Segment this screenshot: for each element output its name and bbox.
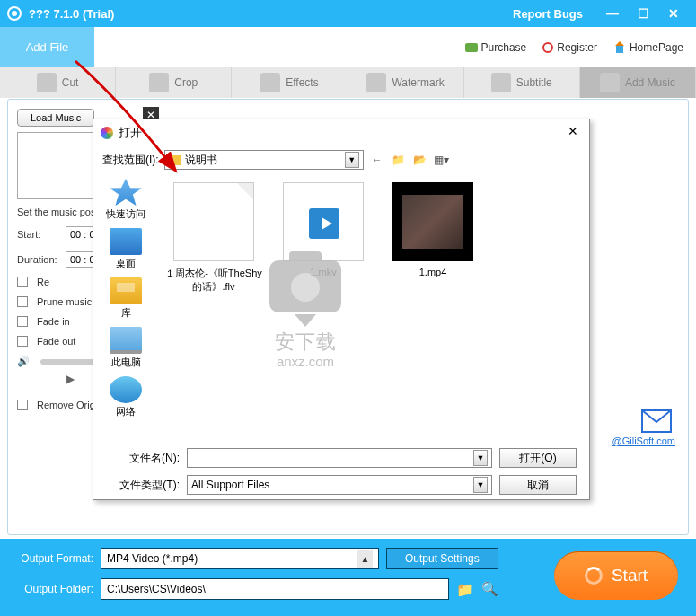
pc-icon [110, 327, 142, 354]
tab-crop[interactable]: Crop [116, 67, 232, 98]
duration-label: Duration: [17, 254, 60, 265]
prune-label: Prune music [37, 296, 92, 307]
tab-cut[interactable]: Cut [0, 67, 116, 98]
lookin-label: 查找范围(I): [102, 153, 159, 168]
new-folder-icon[interactable]: 📂 [412, 152, 428, 168]
up-folder-icon[interactable]: 📁 [391, 152, 407, 168]
dialog-bottom: 文件名(N): ▼ 打开(O) 文件类型(T): All Support Fil… [93, 443, 589, 507]
tab-subtitle[interactable]: Subtitle [464, 67, 580, 98]
output-folder-value: C:\Users\CS\Videos\ [107, 583, 206, 595]
watermark-icon [366, 73, 386, 92]
dialog-body: 快速访问 桌面 库 此电脑 网络 １周杰伦-《听TheShy的话》.flv 1.… [93, 173, 589, 443]
tab-effects[interactable]: Effects [232, 67, 348, 98]
open-button[interactable]: 打开(O) [499, 448, 577, 468]
folder-icon [169, 155, 181, 165]
file-item[interactable]: １周杰伦-《听TheShy的话》.flv [165, 182, 262, 294]
load-music-button[interactable]: Load Music [17, 109, 94, 127]
close-button[interactable]: ✕ [658, 4, 689, 22]
filetype-row: 文件类型(T): All Support Files▼ 取消 [106, 475, 577, 495]
back-icon[interactable]: ← [369, 152, 385, 168]
titlebar: ??? 7.1.0 (Trial) Report Bugs — ☐ ✕ [0, 0, 696, 27]
browse-folder-icon[interactable]: 📁 [456, 581, 474, 598]
header-links: Purchase Register HomePage [94, 27, 696, 67]
chevron-down-icon[interactable]: ▼ [473, 450, 488, 466]
purchase-link[interactable]: Purchase [465, 41, 527, 54]
play-button[interactable]: ▶ [66, 373, 84, 391]
dialog-close-button[interactable]: ✕ [564, 124, 582, 142]
filetype-label: 文件类型(T): [106, 478, 180, 493]
repeat-label: Re [37, 277, 49, 287]
tab-watermark[interactable]: Watermark [348, 67, 464, 98]
play-icon [322, 217, 332, 230]
tab-cut-label: Cut [62, 76, 79, 89]
maximize-button[interactable]: ☐ [628, 4, 658, 22]
fadeout-checkbox[interactable] [17, 336, 28, 347]
add-file-button[interactable]: Add File [0, 27, 94, 67]
report-bugs-link[interactable]: Report Bugs [513, 7, 583, 21]
sidebar-desktop[interactable]: 桌面 [93, 228, 158, 270]
file-item[interactable]: 1.mkv [275, 182, 372, 277]
sidebar-quick-access[interactable]: 快速访问 [93, 179, 158, 221]
homepage-link[interactable]: HomePage [613, 41, 683, 54]
sidebar-network[interactable]: 网络 [93, 376, 158, 418]
lookin-row: 查找范围(I): 说明书 ▼ ← 📁 📂 ▦▾ [93, 146, 589, 173]
chevron-up-icon[interactable]: ▲ [357, 550, 373, 568]
remove-orig-checkbox[interactable] [17, 400, 28, 410]
output-format-combo[interactable]: MP4 Video (*.mp4) ▲ [101, 548, 379, 569]
output-format-label: Output Format: [14, 552, 93, 565]
tab-crop-label: Crop [174, 76, 198, 89]
chevron-down-icon[interactable]: ▼ [473, 477, 488, 493]
tab-add-music[interactable]: Add Music [580, 67, 696, 98]
chevron-down-icon[interactable]: ▼ [345, 152, 359, 168]
effects-icon [260, 73, 280, 92]
repeat-checkbox[interactable] [17, 277, 28, 287]
cut-icon [37, 73, 57, 92]
file-item[interactable]: 1.mp4 [384, 182, 481, 277]
view-menu-icon[interactable]: ▦▾ [434, 152, 450, 168]
file-thumb-mkv [283, 182, 364, 261]
pc-label: 此电脑 [93, 356, 158, 369]
lookin-combo[interactable]: 说明书 ▼ [164, 150, 364, 170]
file-name: １周杰伦-《听TheShy的话》.flv [165, 267, 262, 294]
register-label: Register [557, 41, 597, 54]
output-folder-input[interactable]: C:\Users\CS\Videos\ [101, 578, 449, 600]
filetype-value: All Support Files [191, 479, 269, 491]
open-folder-icon[interactable]: 🔍 [481, 581, 498, 597]
crop-icon [149, 73, 169, 92]
tab-bar: Cut Crop Effects Watermark Subtitle Add … [0, 67, 696, 98]
lookin-value: 说明书 [185, 153, 217, 168]
video-frame [402, 195, 463, 249]
sidebar-libraries[interactable]: 库 [93, 277, 158, 320]
quick-label: 快速访问 [93, 207, 158, 221]
tab-subtitle-label: Subtitle [516, 76, 552, 89]
sidebar-this-pc[interactable]: 此电脑 [93, 327, 158, 369]
spinner-icon [585, 567, 603, 585]
filename-input[interactable]: ▼ [187, 448, 492, 468]
fadeout-label: Fade out [37, 336, 75, 347]
prune-checkbox[interactable] [17, 296, 28, 307]
file-thumb-mp4 [392, 182, 473, 261]
minimize-button[interactable]: — [597, 4, 628, 22]
purchase-label: Purchase [481, 41, 527, 54]
dialog-titlebar: 打开 ✕ [93, 119, 589, 146]
filetype-combo[interactable]: All Support Files▼ [187, 475, 492, 495]
cancel-button[interactable]: 取消 [499, 475, 577, 495]
output-settings-button[interactable]: Output Settings [386, 548, 498, 569]
start-button[interactable]: Start [554, 551, 678, 600]
file-name: 1.mkv [275, 267, 372, 277]
lib-label: 库 [93, 306, 158, 320]
subtitle-icon [491, 73, 511, 92]
file-thumb-flv [173, 182, 254, 261]
fadein-checkbox[interactable] [17, 316, 28, 327]
mail-link[interactable]: @GiliSoft.com [612, 436, 675, 446]
home-icon [613, 41, 626, 54]
dialog-title: 打开 [119, 125, 564, 141]
register-link[interactable]: Register [542, 41, 597, 54]
mail-icon [641, 409, 672, 436]
tab-effects-label: Effects [286, 76, 318, 89]
remove-orig-label: Remove Orig [37, 400, 95, 410]
desktop-icon [110, 228, 142, 255]
app-icon [7, 6, 22, 21]
tab-addmusic-label: Add Music [625, 76, 675, 89]
register-icon [542, 42, 553, 53]
